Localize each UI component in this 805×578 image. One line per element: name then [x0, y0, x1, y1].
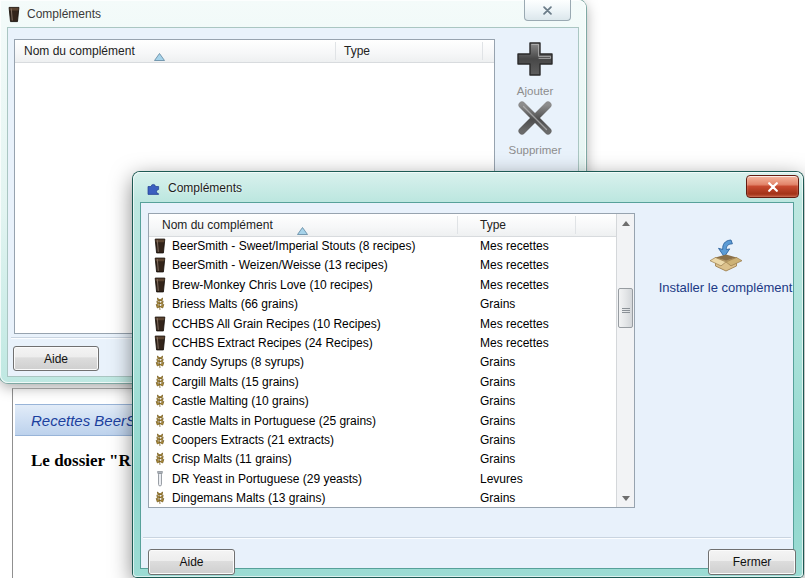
list-item[interactable]: Castle Malts in Portuguese (25 grains)Gr…: [149, 411, 598, 430]
list-item[interactable]: Candy Syrups (8 syrups)Grains: [149, 352, 598, 371]
column-type[interactable]: Type: [344, 44, 370, 58]
yeast-vial-icon: [153, 471, 167, 487]
puzzle-icon: [146, 181, 161, 196]
list-item[interactable]: CCHBS All Grain Recipes (10 Recipes)Mes …: [149, 314, 598, 333]
column-name[interactable]: Nom du complément: [162, 218, 273, 232]
beer-mug-icon: [153, 238, 167, 254]
column-separator: [335, 42, 336, 60]
remove-button[interactable]: Supprimer: [489, 99, 581, 156]
add-button-label: Ajouter: [495, 85, 575, 97]
list-header[interactable]: Nom du complément Type: [15, 40, 494, 63]
window-title: Compléments: [27, 7, 101, 21]
grain-icon: [153, 393, 167, 409]
scroll-up-button[interactable]: [618, 215, 633, 231]
arrow-up-icon: [622, 221, 630, 226]
recipes-panel-title: Recettes BeerSm: [31, 412, 149, 429]
close-icon: [542, 6, 553, 15]
addon-name: Briess Malts (66 grains): [172, 297, 298, 311]
list-item[interactable]: Coopers Extracts (21 extracts)Grains: [149, 430, 598, 449]
install-addon-button[interactable]: Installer le complément: [648, 239, 803, 295]
addon-name: DR Yeast in Portuguese (29 yeasts): [172, 472, 362, 486]
addon-type: Mes recettes: [480, 317, 549, 331]
column-separator: [482, 42, 483, 60]
addon-type: Levures: [480, 472, 523, 486]
addon-name: Crisp Malts (11 grains): [172, 452, 292, 466]
list-item[interactable]: Crisp Malts (11 grains)Grains: [149, 449, 598, 468]
close-button[interactable]: [746, 175, 799, 198]
list-item[interactable]: Castle Malting (10 grains)Grains: [149, 391, 598, 410]
list-item[interactable]: Cargill Malts (15 grains)Grains: [149, 372, 598, 391]
list-item[interactable]: DR Yeast in Portuguese (29 yeasts)Levure…: [149, 469, 598, 488]
list-item[interactable]: Briess Malts (66 grains)Grains: [149, 294, 598, 313]
grain-icon: [153, 490, 167, 506]
add-button[interactable]: Ajouter: [495, 40, 575, 97]
install-addon-label: Installer le complément: [648, 280, 803, 295]
scroll-down-button[interactable]: [618, 490, 633, 506]
addon-type: Grains: [480, 414, 515, 428]
grain-icon: [153, 374, 167, 390]
list-item[interactable]: BeerSmith - Weizen/Weisse (13 recipes)Me…: [149, 255, 598, 274]
addon-type: Mes recettes: [480, 258, 549, 272]
close-dialog-button[interactable]: Fermer: [708, 549, 796, 575]
install-box-icon: [706, 239, 746, 273]
addon-type: Mes recettes: [480, 239, 549, 253]
addon-type: Grains: [480, 394, 515, 408]
list-header[interactable]: Nom du complément Type: [149, 214, 616, 237]
scrollbar-thumb[interactable]: [618, 288, 633, 328]
x-mark-icon: [513, 99, 557, 137]
column-name[interactable]: Nom du complément: [24, 44, 135, 58]
help-button-label: Aide: [179, 555, 203, 569]
vertical-scrollbar[interactable]: [616, 214, 634, 507]
addon-name: Dingemans Malts (13 grains): [172, 491, 325, 505]
grain-icon: [153, 296, 167, 312]
addons-window-front: Compléments Nom du complément Type BeerS…: [133, 172, 803, 577]
arrow-down-icon: [622, 496, 630, 501]
addon-name: CCHBS Extract Recipes (24 Recipes): [172, 336, 373, 350]
addon-type: Mes recettes: [480, 336, 549, 350]
addon-type: Mes recettes: [480, 278, 549, 292]
beer-mug-icon: [153, 257, 167, 273]
beer-mug-icon: [153, 316, 167, 332]
desktop: { "background_panel": { "header_title": …: [0, 0, 805, 578]
window-title: Compléments: [168, 181, 242, 195]
beer-mug-icon: [8, 6, 20, 23]
help-button[interactable]: Aide: [148, 549, 235, 575]
addon-type: Grains: [480, 375, 515, 389]
grain-icon: [153, 413, 167, 429]
beer-mug-icon: [153, 277, 167, 293]
addon-name: Candy Syrups (8 syrups): [172, 355, 304, 369]
beer-mug-icon: [153, 335, 167, 351]
addon-name: CCHBS All Grain Recipes (10 Recipes): [172, 317, 381, 331]
sort-ascending-icon: [154, 47, 165, 55]
addon-name: Brew-Monkey Chris Love (10 recipes): [172, 278, 373, 292]
list-item[interactable]: BeerSmith - Sweet/Imperial Stouts (8 rec…: [149, 236, 598, 255]
addon-type: Grains: [480, 452, 515, 466]
list-rows: BeerSmith - Sweet/Imperial Stouts (8 rec…: [149, 236, 616, 507]
divider: [143, 537, 791, 538]
sort-ascending-icon: [297, 221, 308, 229]
plus-icon: [515, 40, 555, 78]
close-button[interactable]: [524, 0, 571, 21]
grip-icon: [622, 308, 630, 309]
addon-name: BeerSmith - Weizen/Weisse (13 recipes): [172, 258, 388, 272]
addon-type: Grains: [480, 433, 515, 447]
addon-type: Grains: [480, 355, 515, 369]
addon-name: BeerSmith - Sweet/Imperial Stouts (8 rec…: [172, 239, 415, 253]
grain-icon: [153, 451, 167, 467]
addon-type: Grains: [480, 491, 515, 505]
list-item[interactable]: CCHBS Extract Recipes (24 Recipes)Mes re…: [149, 333, 598, 352]
help-button[interactable]: Aide: [13, 346, 99, 371]
addons-list[interactable]: Nom du complément Type BeerSmith - Sweet…: [148, 213, 635, 508]
help-button-label: Aide: [44, 352, 68, 366]
column-separator: [575, 216, 576, 234]
column-separator: [457, 216, 458, 234]
close-dialog-label: Fermer: [733, 555, 772, 569]
column-type[interactable]: Type: [480, 218, 506, 232]
addon-name: Castle Malts in Portuguese (25 grains): [172, 414, 376, 428]
addon-name: Coopers Extracts (21 extracts): [172, 433, 334, 447]
addon-name: Castle Malting (10 grains): [172, 394, 309, 408]
addon-name: Cargill Malts (15 grains): [172, 375, 299, 389]
remove-button-label: Supprimer: [489, 144, 581, 156]
list-item[interactable]: Brew-Monkey Chris Love (10 recipes)Mes r…: [149, 275, 598, 294]
list-item[interactable]: Dingemans Malts (13 grains)Grains: [149, 488, 598, 507]
